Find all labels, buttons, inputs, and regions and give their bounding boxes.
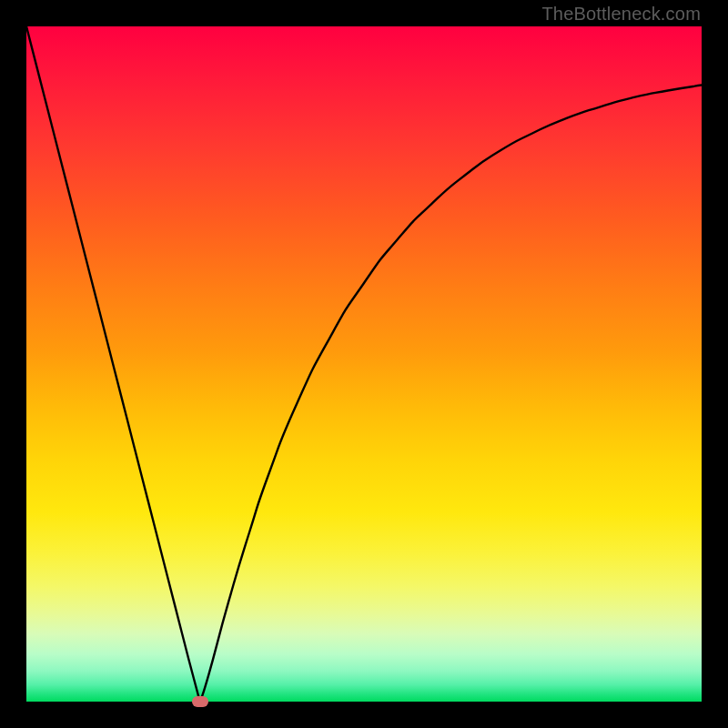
curve-svg bbox=[26, 26, 702, 702]
chart-frame: TheBottleneck.com bbox=[0, 0, 728, 728]
plot-area bbox=[26, 26, 702, 702]
optimum-marker bbox=[192, 696, 208, 707]
bottleneck-curve bbox=[26, 26, 702, 702]
attribution-text: TheBottleneck.com bbox=[541, 4, 701, 25]
